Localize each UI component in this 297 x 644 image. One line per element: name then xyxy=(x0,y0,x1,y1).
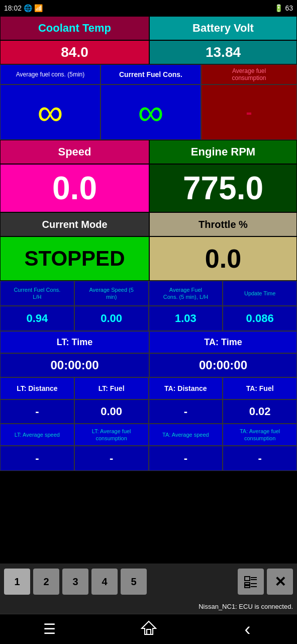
main-content: Coolant Temp Battery Volt 84.0 13.84 Ave… xyxy=(0,16,297,564)
stat-val-0: 0.94 xyxy=(0,306,74,331)
mode-label: Current Mode xyxy=(42,219,108,230)
stats-labels-row: Current Fuel Cons.L/H Average Speed (5mi… xyxy=(0,281,297,306)
avg-bottom-value-1: - xyxy=(110,452,113,465)
speed-rpm-labels-row: Speed Engine RPM xyxy=(0,140,297,164)
back-icon: ‹ xyxy=(245,619,251,640)
mode-throttle-values-row: STOPPED 0.0 xyxy=(0,236,297,281)
stat-val-2: 1.03 xyxy=(149,306,223,331)
df-label-1: LT: Fuel xyxy=(74,377,149,399)
df-value-3: 0.02 xyxy=(249,405,271,418)
svg-rect-0 xyxy=(245,577,250,581)
stat-label-text-1: Average Speed (5min) xyxy=(89,286,133,301)
rpm-label: Engine RPM xyxy=(191,145,255,158)
throttle-val-cell: 0.0 xyxy=(149,236,297,281)
df-label-2: TA: Distance xyxy=(149,377,223,399)
df-value-1: 0.00 xyxy=(101,405,122,418)
nav-back-button[interactable]: ‹ xyxy=(233,618,263,640)
avg-bottom-label-1: LT: Average fuelconsumption xyxy=(74,424,149,446)
stat-label-1: Average Speed (5min) xyxy=(74,281,149,306)
status-time: 18:02 xyxy=(4,4,22,12)
coolant-temp-value-cell: 84.0 xyxy=(0,40,149,64)
nav-menu-button[interactable]: ☰ xyxy=(35,618,65,640)
lt-ta-labels-row: LT: Time TA: Time xyxy=(0,331,297,353)
battery-volt-label-cell: Battery Volt xyxy=(149,16,297,40)
throttle-label-cell: Throttle % xyxy=(149,212,297,236)
status-message-text: Nissan_NC1: ECU is connected. xyxy=(199,603,293,610)
avg-fuel-value: ∞ xyxy=(37,94,63,130)
stat-label-0: Current Fuel Cons.L/H xyxy=(0,281,74,306)
df-value-0: - xyxy=(35,405,39,418)
bottom-bar: 1 2 3 4 5 ✕ xyxy=(0,564,297,600)
lt-ta-values-row: 00:00:00 00:00:00 xyxy=(0,353,297,377)
battery-volt-label: Battery Volt xyxy=(192,22,254,35)
curr-fuel-val-cell: ∞ xyxy=(101,85,201,140)
status-left: 18:02 🌐 📶 xyxy=(4,4,43,12)
avg-fuel-label2: Average fuelconsumption xyxy=(232,67,266,82)
curr-fuel-value: ∞ xyxy=(138,94,163,130)
stat-label-3: Update Time xyxy=(223,281,297,306)
lt-time-label: LT: Time xyxy=(57,337,92,348)
page-btn-4[interactable]: 4 xyxy=(91,569,118,595)
stat-label-text-2: Average FuelCons. (5 min), L/H xyxy=(163,286,208,301)
speed-rpm-values-row: 0.0 775.0 xyxy=(0,164,297,212)
lt-time-val-cell: 00:00:00 xyxy=(0,353,149,377)
df-label-text-0: LT: Distance xyxy=(17,384,57,392)
ta-time-label-cell: TA: Time xyxy=(149,331,297,353)
stat-val-1: 0.00 xyxy=(74,306,149,331)
rpm-value: 775.0 xyxy=(183,170,263,207)
svg-rect-8 xyxy=(147,629,151,634)
avg-bottom-value-2: - xyxy=(184,452,187,465)
curr-fuel-label: Current Fuel Cons. xyxy=(119,70,182,78)
avg-bottom-val-3: - xyxy=(223,446,297,471)
avg-bottom-label-text-2: TA: Average speed xyxy=(162,431,209,438)
mode-val-cell: STOPPED xyxy=(0,236,149,281)
mode-value: STOPPED xyxy=(25,247,125,271)
avg-fuel-label-cell: Average fuel cons. (5min) xyxy=(0,64,101,85)
avg-bottom-label-text-3: TA: Average fuelconsumption xyxy=(240,428,280,442)
avg-bottom-label-3: TA: Average fuelconsumption xyxy=(223,424,297,446)
avg-fuel-label: Average fuel cons. (5min) xyxy=(16,71,85,78)
df-val-0: - xyxy=(0,399,74,424)
status-bar: 18:02 🌐 📶 🔋 63 xyxy=(0,0,297,16)
page-btn-3[interactable]: 3 xyxy=(62,569,88,595)
stat-value-1: 0.00 xyxy=(101,312,122,325)
avg-fuel-val-cell: ∞ xyxy=(0,85,101,140)
stat-value-3: 0.086 xyxy=(246,312,274,325)
ta-time-value: 00:00:00 xyxy=(199,358,247,372)
avg-bottom-label-text-0: LT: Average speed xyxy=(15,431,60,438)
mode-label-cell: Current Mode xyxy=(0,212,149,236)
list-icon-button[interactable] xyxy=(238,569,264,595)
close-button[interactable]: ✕ xyxy=(267,569,293,595)
avg-fuel-label2-cell: Average fuelconsumption xyxy=(201,64,297,85)
avg-bottom-values-row: - - - - xyxy=(0,446,297,471)
df-label-0: LT: Distance xyxy=(0,377,74,399)
df-label-text-3: TA: Fuel xyxy=(246,384,274,392)
rpm-val-cell: 775.0 xyxy=(149,164,297,212)
avg-fuel2-value: - xyxy=(246,102,252,123)
avg-bottom-value-3: - xyxy=(258,452,261,465)
speed-value: 0.0 xyxy=(52,170,97,207)
avg-bottom-label-2: TA: Average speed xyxy=(149,424,223,446)
avg-bottom-val-2: - xyxy=(149,446,223,471)
coolant-temp-label: Coolant Temp xyxy=(38,22,111,35)
throttle-value: 0.0 xyxy=(205,244,241,274)
status-right: 🔋 63 xyxy=(274,4,293,12)
dist-fuel-labels-row: LT: Distance LT: Fuel TA: Distance TA: F… xyxy=(0,377,297,399)
avg-bottom-labels-row: LT: Average speed LT: Average fuelconsum… xyxy=(0,424,297,446)
avg-bottom-val-0: - xyxy=(0,446,74,471)
page-btn-2[interactable]: 2 xyxy=(33,569,59,595)
page-buttons: 1 2 3 4 5 xyxy=(4,569,147,595)
df-val-1: 0.00 xyxy=(74,399,149,424)
page-btn-1[interactable]: 1 xyxy=(4,569,30,595)
speed-label: Speed xyxy=(58,145,91,158)
stat-label-2: Average FuelCons. (5 min), L/H xyxy=(149,281,223,306)
battery-icon: 🔋 xyxy=(274,4,283,12)
speed-val-cell: 0.0 xyxy=(0,164,149,212)
mode-throttle-labels-row: Current Mode Throttle % xyxy=(0,212,297,236)
nav-home-button[interactable] xyxy=(134,618,164,640)
ta-time-label: TA: Time xyxy=(204,337,242,348)
status-message-bar: Nissan_NC1: ECU is connected. xyxy=(0,600,297,614)
battery-volt-value: 13.84 xyxy=(206,44,241,60)
stat-label-text-3: Update Time xyxy=(244,290,275,297)
page-btn-5[interactable]: 5 xyxy=(121,569,147,595)
